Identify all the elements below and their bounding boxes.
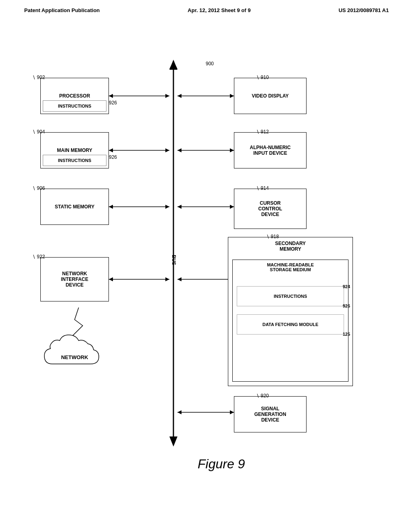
svg-marker-18 [165, 205, 169, 209]
svg-marker-23 [109, 277, 113, 281]
static-memory-box: STATIC MEMORY [40, 189, 109, 225]
main-memory-number-label: ∖ 904 [32, 129, 45, 135]
svg-marker-0 [169, 60, 177, 70]
cursor-control-box: CURSOR CONTROL DEVICE [234, 189, 307, 229]
main-memory-instructions-box: INSTRUCTIONS [43, 155, 106, 166]
data-fetching-label: DATA FETCHING MODULE [263, 322, 319, 327]
storage-926-label: 926 [343, 303, 350, 308]
svg-text:NETWORK: NETWORK [61, 354, 88, 360]
svg-marker-17 [109, 205, 113, 209]
video-display-box: VIDEO DISPLAY [234, 78, 307, 114]
main-memory-926-label: 926 [109, 154, 117, 160]
svg-marker-26 [177, 277, 181, 281]
svg-marker-11 [109, 148, 113, 152]
signal-generation-number-label: ∖ 920 [256, 393, 269, 399]
diagram-number: 900 [206, 61, 214, 66]
main-memory-instructions-label: INSTRUCTIONS [58, 158, 92, 163]
svg-marker-6 [165, 94, 169, 98]
processor-box: PROCESSOR INSTRUCTIONS [40, 78, 109, 114]
svg-marker-3 [169, 61, 177, 69]
header: Patent Application Publication Apr. 12, … [0, 0, 413, 17]
svg-marker-14 [230, 148, 234, 152]
processor-number-label: ∖ 902 [32, 75, 45, 80]
static-memory-label: STATIC MEMORY [55, 204, 94, 210]
svg-marker-12 [165, 148, 169, 152]
alpha-numeric-number-label: ∖ 912 [256, 129, 269, 135]
processor-926-label: 926 [109, 100, 117, 106]
svg-marker-8 [230, 94, 234, 98]
data-fetching-box: DATA FETCHING MODULE [237, 314, 344, 335]
video-display-number-label: ∖ 910 [256, 75, 269, 80]
processor-label: PROCESSOR [59, 93, 90, 99]
network-interface-number-label: ∖ 922 [32, 254, 45, 260]
figure-label: Figure 9 [198, 457, 245, 472]
processor-instructions-box: INSTRUCTIONS [43, 100, 106, 112]
svg-marker-9 [177, 94, 181, 98]
storage-medium-box: MACHINE-READABLESTORAGE MEDIUM INSTRUCTI… [232, 260, 348, 382]
svg-marker-1 [169, 436, 177, 447]
storage-924-label: 924 [343, 284, 350, 289]
secondary-memory-box: SECONDARYMEMORY MACHINE-READABLESTORAGE … [228, 237, 353, 386]
network-interface-label: NETWORK INTERFACE DEVICE [61, 271, 88, 288]
svg-marker-30 [230, 410, 234, 414]
signal-generation-label: SIGNAL GENERATION DEVICE [254, 406, 286, 423]
storage-125-label: 125 [343, 332, 350, 337]
signal-generation-box: SIGNAL GENERATION DEVICE [234, 396, 307, 432]
static-memory-number-label: ∖ 906 [32, 185, 45, 191]
network-interface-box: NETWORK INTERFACE DEVICE [40, 257, 109, 301]
header-right: US 2012/0089781 A1 [338, 7, 389, 13]
network-cloud: NETWORK [40, 328, 109, 376]
svg-marker-15 [177, 148, 181, 152]
svg-marker-29 [177, 410, 181, 414]
main-memory-box: MAIN MEMORY INSTRUCTIONS [40, 132, 109, 168]
header-center: Apr. 12, 2012 Sheet 9 of 9 [188, 7, 250, 13]
storage-instructions-label: INSTRUCTIONS [274, 294, 307, 299]
cloud-svg: NETWORK [40, 328, 109, 376]
storage-instructions-box: INSTRUCTIONS [237, 286, 344, 306]
bus-label: BUS [171, 255, 177, 265]
alpha-numeric-box: ALPHA-NUMERIC INPUT DEVICE [234, 132, 307, 168]
svg-marker-5 [109, 94, 113, 98]
alpha-numeric-label: ALPHA-NUMERIC INPUT DEVICE [250, 145, 290, 156]
svg-marker-21 [177, 205, 181, 209]
video-display-label: VIDEO DISPLAY [252, 93, 289, 99]
diagram: 900 PROCESSOR INSTRUCTIONS ∖ 902 926 VID… [0, 21, 413, 517]
main-memory-label: MAIN MEMORY [57, 148, 92, 153]
secondary-memory-number-label: ∖ 918 [266, 234, 279, 239]
processor-instructions-label: INSTRUCTIONS [58, 104, 92, 108]
header-left: Patent Application Publication [24, 7, 100, 13]
svg-marker-24 [165, 277, 169, 281]
svg-marker-20 [230, 205, 234, 209]
cursor-control-label: CURSOR CONTROL DEVICE [258, 200, 282, 217]
cursor-control-number-label: ∖ 914 [256, 185, 269, 191]
